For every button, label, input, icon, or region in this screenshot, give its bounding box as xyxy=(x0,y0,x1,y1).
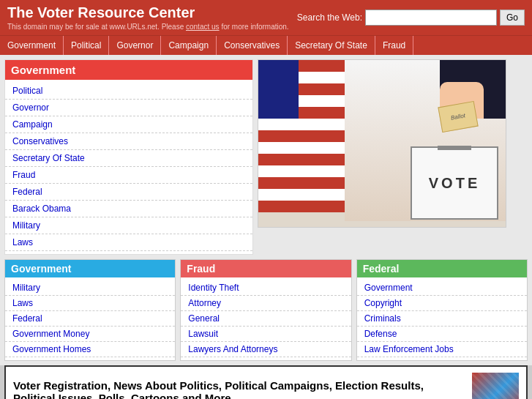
subtitle-text: This domain may be for sale at www.URLs.… xyxy=(7,23,184,31)
link-government-homes[interactable]: Government Homes xyxy=(5,342,175,357)
us-map-image xyxy=(472,373,519,399)
link-criminals[interactable]: Criminals xyxy=(357,311,527,326)
search-input[interactable] xyxy=(365,10,497,26)
search-area: Search the Web: Go xyxy=(297,10,525,26)
list-item: Fraud xyxy=(5,167,252,184)
nav-item-fraud[interactable]: Fraud xyxy=(375,36,413,55)
link-military[interactable]: Military xyxy=(5,280,175,295)
list-item: Laws xyxy=(5,234,252,251)
government-link-list: Political Governor Campaign Conservative… xyxy=(5,80,252,254)
header: The Voter Resource Center This domain ma… xyxy=(0,0,532,35)
list-item: Government Homes xyxy=(5,342,175,357)
nav-item-conservatives[interactable]: Conservatives xyxy=(217,36,288,55)
link-lawyers-and-attorneys[interactable]: Lawyers And Attorneys xyxy=(181,342,351,357)
footer-content: Voter Registration, News About Politics,… xyxy=(13,379,465,399)
navbar: Government Political Governor Campaign C… xyxy=(0,35,532,55)
link-laws[interactable]: Laws xyxy=(5,234,252,250)
link-government[interactable]: Government xyxy=(357,280,527,295)
list-item: Political xyxy=(5,83,252,100)
column-government-list: Military Laws Federal Government Money G… xyxy=(5,277,175,360)
column-fraud-header: Fraud xyxy=(181,260,351,277)
column-federal-list: Government Copyright Criminals Defense L… xyxy=(357,277,527,360)
link-government-money[interactable]: Government Money xyxy=(5,327,175,341)
link-attorney[interactable]: Attorney xyxy=(181,296,351,310)
main-content: Government Political Governor Campaign C… xyxy=(0,55,532,259)
list-item: Governor xyxy=(5,100,252,116)
government-panel: Government Political Governor Campaign C… xyxy=(4,59,253,255)
nav-item-political[interactable]: Political xyxy=(64,36,109,55)
site-subtitle: This domain may be for sale at www.URLs.… xyxy=(7,23,289,31)
link-federal[interactable]: Federal xyxy=(5,311,175,326)
vote-box: VOTE xyxy=(411,146,498,220)
list-item: Secretary Of State xyxy=(5,150,252,167)
list-item: Identity Theft xyxy=(181,280,351,296)
map-states-overlay xyxy=(472,373,519,399)
footer-text: Voter Registration, News About Politics,… xyxy=(13,379,465,399)
search-button[interactable]: Go xyxy=(500,10,525,26)
link-secretary-of-state[interactable]: Secretary Of State xyxy=(5,150,252,166)
nav-item-government[interactable]: Government xyxy=(0,36,64,55)
list-item: Barack Obama xyxy=(5,201,252,217)
link-conservatives[interactable]: Conservatives xyxy=(5,133,252,149)
list-item: Copyright xyxy=(357,296,527,311)
nav-item-secretary[interactable]: Secretary Of State xyxy=(288,36,375,55)
list-item: Attorney xyxy=(181,296,351,311)
link-fraud[interactable]: Fraud xyxy=(5,167,252,183)
contact-us-link[interactable]: contact us xyxy=(186,23,220,31)
link-lawsuit[interactable]: Lawsuit xyxy=(181,327,351,341)
site-title: The Voter Resource Center xyxy=(7,4,289,21)
bottom-columns: Government Military Laws Federal Governm… xyxy=(0,259,532,365)
list-item: Laws xyxy=(5,296,175,311)
column-government-header: Government xyxy=(5,260,175,277)
ballot-card: Ballot xyxy=(438,101,478,133)
list-item: Defense xyxy=(357,327,527,342)
link-law-enforcement-jobs[interactable]: Law Enforcement Jobs xyxy=(357,342,527,357)
link-governor[interactable]: Governor xyxy=(5,100,252,116)
link-barack-obama[interactable]: Barack Obama xyxy=(5,201,252,217)
list-item: Conservatives xyxy=(5,133,252,150)
list-item: Lawsuit xyxy=(181,327,351,342)
list-item: Federal xyxy=(5,184,252,201)
list-item: Federal xyxy=(5,311,175,327)
ballot-slot xyxy=(438,146,471,150)
vote-text: VOTE xyxy=(429,175,480,192)
flag-blue-section xyxy=(258,60,299,119)
link-political[interactable]: Political xyxy=(5,83,252,99)
column-federal: Federal Government Copyright Criminals D… xyxy=(356,259,528,361)
header-left: The Voter Resource Center This domain ma… xyxy=(7,4,289,31)
column-federal-header: Federal xyxy=(357,260,527,277)
link-laws[interactable]: Laws xyxy=(5,296,175,310)
link-campaign[interactable]: Campaign xyxy=(5,116,252,133)
nav-item-campaign[interactable]: Campaign xyxy=(161,36,217,55)
list-item: Government Money xyxy=(5,327,175,342)
list-item: Military xyxy=(5,280,175,296)
link-defense[interactable]: Defense xyxy=(357,327,527,341)
column-government: Government Military Laws Federal Governm… xyxy=(4,259,176,361)
search-label: Search the Web: xyxy=(297,12,362,23)
subtitle-after: for more information. xyxy=(221,23,288,31)
link-federal[interactable]: Federal xyxy=(5,184,252,200)
list-item: Campaign xyxy=(5,116,252,133)
link-general[interactable]: General xyxy=(181,311,351,326)
column-fraud-list: Identity Theft Attorney General Lawsuit … xyxy=(181,277,351,360)
nav-item-governor[interactable]: Governor xyxy=(109,36,161,55)
list-item: Government xyxy=(357,280,527,296)
list-item: Lawyers And Attorneys xyxy=(181,342,351,357)
list-item: General xyxy=(181,311,351,327)
link-military[interactable]: Military xyxy=(5,217,252,234)
list-item: Military xyxy=(5,217,252,234)
list-item: Criminals xyxy=(357,311,527,327)
link-identity-theft[interactable]: Identity Theft xyxy=(181,280,351,295)
column-fraud: Fraud Identity Theft Attorney General La… xyxy=(180,259,351,361)
voting-image: Ballot VOTE xyxy=(258,59,506,228)
list-item: Law Enforcement Jobs xyxy=(357,342,527,357)
link-copyright[interactable]: Copyright xyxy=(357,296,527,310)
footer-banner: Voter Registration, News About Politics,… xyxy=(4,365,528,399)
government-panel-header: Government xyxy=(5,60,252,80)
